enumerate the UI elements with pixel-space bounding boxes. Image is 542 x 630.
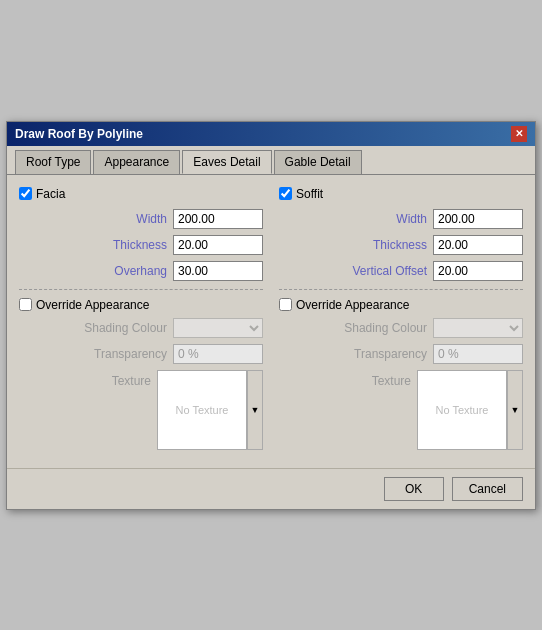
- content-area: Facia Width Thickness Overhang: [7, 175, 535, 468]
- soffit-texture-wrapper: No Texture ▼: [417, 370, 523, 450]
- facia-transparency-row: Transparency: [19, 344, 263, 364]
- facia-shading-row: Shading Colour: [19, 318, 263, 338]
- facia-override-checkbox[interactable]: [19, 298, 32, 311]
- soffit-checkbox[interactable]: [279, 187, 292, 200]
- soffit-vertical-offset-input[interactable]: [433, 261, 523, 281]
- soffit-texture-box: No Texture: [417, 370, 507, 450]
- soffit-thickness-input[interactable]: [433, 235, 523, 255]
- facia-overhang-input[interactable]: [173, 261, 263, 281]
- facia-width-label: Width: [107, 212, 167, 226]
- soffit-texture-row: Texture No Texture ▼: [279, 370, 523, 450]
- soffit-thickness-label: Thickness: [367, 238, 427, 252]
- facia-checkbox-row: Facia: [19, 187, 263, 201]
- facia-texture-dropdown[interactable]: ▼: [247, 370, 263, 450]
- dialog-title: Draw Roof By Polyline: [15, 127, 143, 141]
- soffit-vertical-offset-label: Vertical Offset: [337, 264, 427, 278]
- soffit-transparency-row: Transparency: [279, 344, 523, 364]
- facia-texture-no-text: No Texture: [176, 404, 229, 416]
- soffit-divider: [279, 289, 523, 290]
- facia-transparency-label: Transparency: [87, 347, 167, 361]
- two-column-layout: Facia Width Thickness Overhang: [19, 187, 523, 456]
- tab-eaves-detail[interactable]: Eaves Detail: [182, 150, 271, 174]
- tab-appearance[interactable]: Appearance: [93, 150, 180, 174]
- tab-bar: Roof Type Appearance Eaves Detail Gable …: [7, 146, 535, 175]
- facia-divider: [19, 289, 263, 290]
- facia-thickness-input[interactable]: [173, 235, 263, 255]
- facia-texture-row: Texture No Texture ▼: [19, 370, 263, 450]
- soffit-transparency-label: Transparency: [347, 347, 427, 361]
- facia-override-label: Override Appearance: [36, 298, 149, 312]
- soffit-dropdown-arrow: ▼: [511, 405, 520, 415]
- soffit-width-row: Width: [279, 209, 523, 229]
- facia-texture-box: No Texture: [157, 370, 247, 450]
- ok-button[interactable]: OK: [384, 477, 444, 501]
- soffit-width-input[interactable]: [433, 209, 523, 229]
- facia-texture-wrapper: No Texture ▼: [157, 370, 263, 450]
- facia-overhang-row: Overhang: [19, 261, 263, 281]
- facia-label: Facia: [36, 187, 65, 201]
- soffit-thickness-row: Thickness: [279, 235, 523, 255]
- facia-checkbox[interactable]: [19, 187, 32, 200]
- cancel-button[interactable]: Cancel: [452, 477, 523, 501]
- facia-thickness-label: Thickness: [107, 238, 167, 252]
- dialog: Draw Roof By Polyline ✕ Roof Type Appear…: [6, 121, 536, 510]
- tab-roof-type[interactable]: Roof Type: [15, 150, 91, 174]
- facia-transparency-input[interactable]: [173, 344, 263, 364]
- soffit-override-row: Override Appearance: [279, 298, 523, 312]
- facia-texture-label: Texture: [71, 370, 151, 388]
- soffit-texture-dropdown[interactable]: ▼: [507, 370, 523, 450]
- soffit-checkbox-row: Soffit: [279, 187, 523, 201]
- facia-overhang-label: Overhang: [107, 264, 167, 278]
- soffit-width-label: Width: [367, 212, 427, 226]
- soffit-vertical-offset-row: Vertical Offset: [279, 261, 523, 281]
- soffit-texture-label: Texture: [331, 370, 411, 388]
- title-bar: Draw Roof By Polyline ✕: [7, 122, 535, 146]
- facia-override-row: Override Appearance: [19, 298, 263, 312]
- soffit-override-checkbox[interactable]: [279, 298, 292, 311]
- facia-shading-label: Shading Colour: [84, 321, 167, 335]
- tab-gable-detail[interactable]: Gable Detail: [274, 150, 362, 174]
- soffit-override-label: Override Appearance: [296, 298, 409, 312]
- facia-width-row: Width: [19, 209, 263, 229]
- soffit-label: Soffit: [296, 187, 323, 201]
- soffit-shading-select[interactable]: [433, 318, 523, 338]
- facia-dropdown-arrow: ▼: [251, 405, 260, 415]
- facia-thickness-row: Thickness: [19, 235, 263, 255]
- close-button[interactable]: ✕: [511, 126, 527, 142]
- soffit-shading-label: Shading Colour: [344, 321, 427, 335]
- facia-column: Facia Width Thickness Overhang: [19, 187, 263, 456]
- soffit-shading-row: Shading Colour: [279, 318, 523, 338]
- soffit-transparency-input[interactable]: [433, 344, 523, 364]
- soffit-texture-no-text: No Texture: [436, 404, 489, 416]
- soffit-column: Soffit Width Thickness Vertical Offset: [279, 187, 523, 456]
- facia-shading-select[interactable]: [173, 318, 263, 338]
- facia-width-input[interactable]: [173, 209, 263, 229]
- bottom-bar: OK Cancel: [7, 468, 535, 509]
